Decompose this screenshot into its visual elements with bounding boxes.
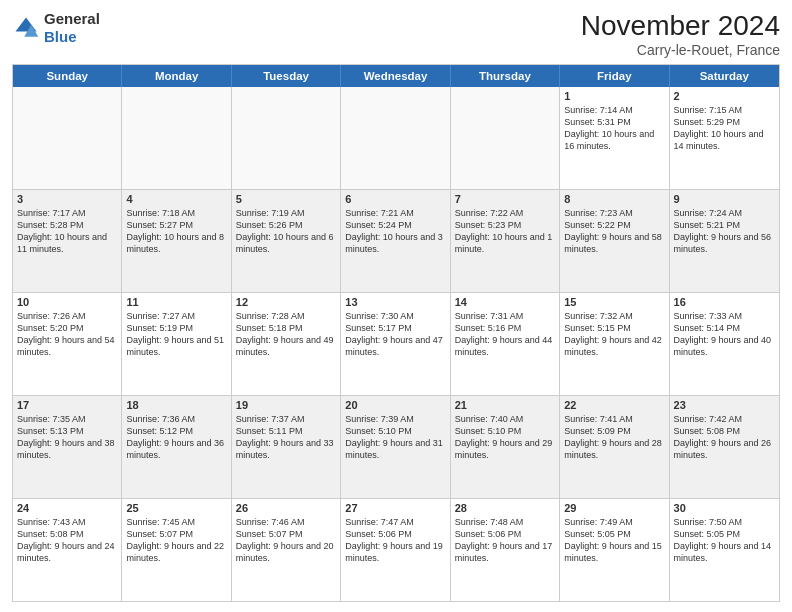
day-number: 28: [455, 502, 555, 514]
day-info: Sunrise: 7:24 AM Sunset: 5:21 PM Dayligh…: [674, 207, 775, 256]
header-cell-monday: Monday: [122, 65, 231, 87]
day-cell-3: 3Sunrise: 7:17 AM Sunset: 5:28 PM Daylig…: [13, 190, 122, 292]
day-number: 2: [674, 90, 775, 102]
day-number: 17: [17, 399, 117, 411]
day-info: Sunrise: 7:33 AM Sunset: 5:14 PM Dayligh…: [674, 310, 775, 359]
header: General Blue November 2024 Carry-le-Roue…: [12, 10, 780, 58]
logo-text: General Blue: [44, 10, 100, 46]
calendar-header-row: SundayMondayTuesdayWednesdayThursdayFrid…: [13, 65, 779, 87]
day-number: 29: [564, 502, 664, 514]
day-number: 26: [236, 502, 336, 514]
day-cell-8: 8Sunrise: 7:23 AM Sunset: 5:22 PM Daylig…: [560, 190, 669, 292]
day-cell-27: 27Sunrise: 7:47 AM Sunset: 5:06 PM Dayli…: [341, 499, 450, 601]
day-number: 12: [236, 296, 336, 308]
day-cell-26: 26Sunrise: 7:46 AM Sunset: 5:07 PM Dayli…: [232, 499, 341, 601]
header-cell-thursday: Thursday: [451, 65, 560, 87]
day-number: 19: [236, 399, 336, 411]
day-info: Sunrise: 7:19 AM Sunset: 5:26 PM Dayligh…: [236, 207, 336, 256]
day-cell-14: 14Sunrise: 7:31 AM Sunset: 5:16 PM Dayli…: [451, 293, 560, 395]
day-info: Sunrise: 7:28 AM Sunset: 5:18 PM Dayligh…: [236, 310, 336, 359]
day-number: 14: [455, 296, 555, 308]
calendar-week-1: 1Sunrise: 7:14 AM Sunset: 5:31 PM Daylig…: [13, 87, 779, 189]
calendar-week-4: 17Sunrise: 7:35 AM Sunset: 5:13 PM Dayli…: [13, 395, 779, 498]
day-cell-20: 20Sunrise: 7:39 AM Sunset: 5:10 PM Dayli…: [341, 396, 450, 498]
day-number: 10: [17, 296, 117, 308]
header-cell-wednesday: Wednesday: [341, 65, 450, 87]
day-number: 1: [564, 90, 664, 102]
title-block: November 2024 Carry-le-Rouet, France: [581, 10, 780, 58]
day-cell-23: 23Sunrise: 7:42 AM Sunset: 5:08 PM Dayli…: [670, 396, 779, 498]
day-cell-11: 11Sunrise: 7:27 AM Sunset: 5:19 PM Dayli…: [122, 293, 231, 395]
day-number: 8: [564, 193, 664, 205]
day-info: Sunrise: 7:17 AM Sunset: 5:28 PM Dayligh…: [17, 207, 117, 256]
calendar-body: 1Sunrise: 7:14 AM Sunset: 5:31 PM Daylig…: [13, 87, 779, 601]
day-info: Sunrise: 7:23 AM Sunset: 5:22 PM Dayligh…: [564, 207, 664, 256]
day-number: 25: [126, 502, 226, 514]
day-cell-10: 10Sunrise: 7:26 AM Sunset: 5:20 PM Dayli…: [13, 293, 122, 395]
day-info: Sunrise: 7:18 AM Sunset: 5:27 PM Dayligh…: [126, 207, 226, 256]
day-cell-30: 30Sunrise: 7:50 AM Sunset: 5:05 PM Dayli…: [670, 499, 779, 601]
header-cell-saturday: Saturday: [670, 65, 779, 87]
day-cell-22: 22Sunrise: 7:41 AM Sunset: 5:09 PM Dayli…: [560, 396, 669, 498]
header-cell-sunday: Sunday: [13, 65, 122, 87]
day-number: 4: [126, 193, 226, 205]
day-cell-9: 9Sunrise: 7:24 AM Sunset: 5:21 PM Daylig…: [670, 190, 779, 292]
day-number: 23: [674, 399, 775, 411]
empty-cell: [122, 87, 231, 189]
day-info: Sunrise: 7:22 AM Sunset: 5:23 PM Dayligh…: [455, 207, 555, 256]
day-cell-16: 16Sunrise: 7:33 AM Sunset: 5:14 PM Dayli…: [670, 293, 779, 395]
day-info: Sunrise: 7:39 AM Sunset: 5:10 PM Dayligh…: [345, 413, 445, 462]
day-info: Sunrise: 7:41 AM Sunset: 5:09 PM Dayligh…: [564, 413, 664, 462]
day-info: Sunrise: 7:50 AM Sunset: 5:05 PM Dayligh…: [674, 516, 775, 565]
day-cell-5: 5Sunrise: 7:19 AM Sunset: 5:26 PM Daylig…: [232, 190, 341, 292]
day-number: 3: [17, 193, 117, 205]
day-cell-29: 29Sunrise: 7:49 AM Sunset: 5:05 PM Dayli…: [560, 499, 669, 601]
day-number: 13: [345, 296, 445, 308]
day-number: 5: [236, 193, 336, 205]
day-number: 24: [17, 502, 117, 514]
header-cell-friday: Friday: [560, 65, 669, 87]
day-info: Sunrise: 7:32 AM Sunset: 5:15 PM Dayligh…: [564, 310, 664, 359]
day-number: 22: [564, 399, 664, 411]
empty-cell: [13, 87, 122, 189]
day-cell-4: 4Sunrise: 7:18 AM Sunset: 5:27 PM Daylig…: [122, 190, 231, 292]
month-title: November 2024: [581, 10, 780, 42]
day-info: Sunrise: 7:21 AM Sunset: 5:24 PM Dayligh…: [345, 207, 445, 256]
day-info: Sunrise: 7:31 AM Sunset: 5:16 PM Dayligh…: [455, 310, 555, 359]
logo: General Blue: [12, 10, 100, 46]
header-cell-tuesday: Tuesday: [232, 65, 341, 87]
day-cell-24: 24Sunrise: 7:43 AM Sunset: 5:08 PM Dayli…: [13, 499, 122, 601]
day-cell-18: 18Sunrise: 7:36 AM Sunset: 5:12 PM Dayli…: [122, 396, 231, 498]
day-number: 18: [126, 399, 226, 411]
day-info: Sunrise: 7:40 AM Sunset: 5:10 PM Dayligh…: [455, 413, 555, 462]
day-info: Sunrise: 7:46 AM Sunset: 5:07 PM Dayligh…: [236, 516, 336, 565]
day-number: 11: [126, 296, 226, 308]
day-cell-13: 13Sunrise: 7:30 AM Sunset: 5:17 PM Dayli…: [341, 293, 450, 395]
empty-cell: [232, 87, 341, 189]
day-info: Sunrise: 7:26 AM Sunset: 5:20 PM Dayligh…: [17, 310, 117, 359]
day-info: Sunrise: 7:37 AM Sunset: 5:11 PM Dayligh…: [236, 413, 336, 462]
day-info: Sunrise: 7:49 AM Sunset: 5:05 PM Dayligh…: [564, 516, 664, 565]
day-number: 7: [455, 193, 555, 205]
day-cell-28: 28Sunrise: 7:48 AM Sunset: 5:06 PM Dayli…: [451, 499, 560, 601]
day-info: Sunrise: 7:14 AM Sunset: 5:31 PM Dayligh…: [564, 104, 664, 153]
day-info: Sunrise: 7:48 AM Sunset: 5:06 PM Dayligh…: [455, 516, 555, 565]
day-number: 6: [345, 193, 445, 205]
day-number: 20: [345, 399, 445, 411]
day-number: 27: [345, 502, 445, 514]
day-cell-2: 2Sunrise: 7:15 AM Sunset: 5:29 PM Daylig…: [670, 87, 779, 189]
day-info: Sunrise: 7:47 AM Sunset: 5:06 PM Dayligh…: [345, 516, 445, 565]
day-number: 15: [564, 296, 664, 308]
calendar-week-3: 10Sunrise: 7:26 AM Sunset: 5:20 PM Dayli…: [13, 292, 779, 395]
day-info: Sunrise: 7:15 AM Sunset: 5:29 PM Dayligh…: [674, 104, 775, 153]
day-cell-15: 15Sunrise: 7:32 AM Sunset: 5:15 PM Dayli…: [560, 293, 669, 395]
day-number: 16: [674, 296, 775, 308]
day-cell-6: 6Sunrise: 7:21 AM Sunset: 5:24 PM Daylig…: [341, 190, 450, 292]
day-cell-21: 21Sunrise: 7:40 AM Sunset: 5:10 PM Dayli…: [451, 396, 560, 498]
day-cell-12: 12Sunrise: 7:28 AM Sunset: 5:18 PM Dayli…: [232, 293, 341, 395]
day-cell-19: 19Sunrise: 7:37 AM Sunset: 5:11 PM Dayli…: [232, 396, 341, 498]
day-cell-17: 17Sunrise: 7:35 AM Sunset: 5:13 PM Dayli…: [13, 396, 122, 498]
empty-cell: [341, 87, 450, 189]
day-number: 30: [674, 502, 775, 514]
calendar-week-5: 24Sunrise: 7:43 AM Sunset: 5:08 PM Dayli…: [13, 498, 779, 601]
